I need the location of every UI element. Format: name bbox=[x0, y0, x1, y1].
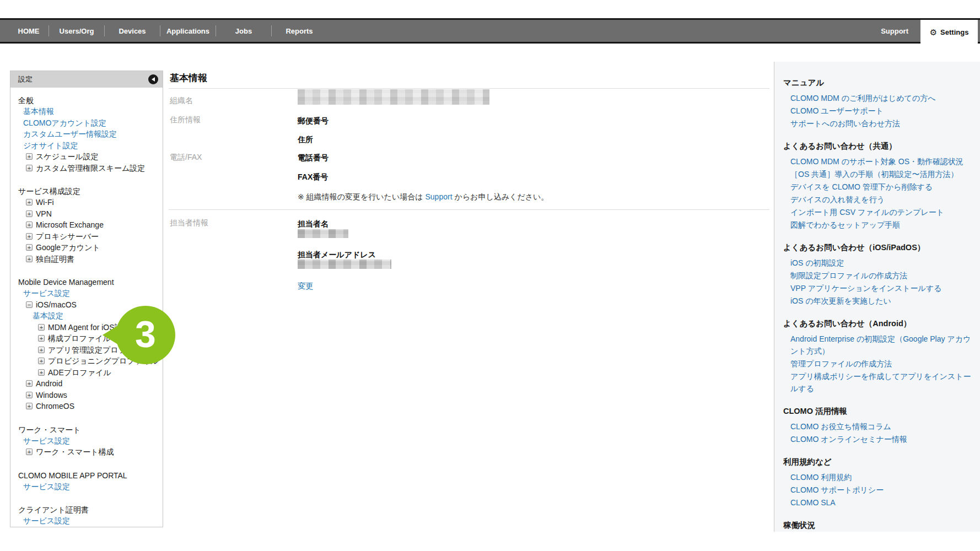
help-link[interactable]: ［OS 共通］導入の手順（初期設定〜活用方法） bbox=[783, 168, 971, 180]
help-link[interactable]: デバイスを CLOMO 管理下から削除する bbox=[783, 181, 971, 193]
sidebar-tree-item[interactable]: +ワーク・スマート構成 bbox=[10, 446, 163, 458]
help-link[interactable]: VPP アプリケーションをインストールする bbox=[783, 282, 971, 294]
expand-node-icon[interactable]: + bbox=[26, 256, 33, 262]
expand-node-icon[interactable]: + bbox=[38, 369, 45, 376]
sidebar-tree-item[interactable]: +Windows bbox=[10, 390, 163, 401]
expand-node-icon[interactable]: + bbox=[26, 233, 33, 240]
sidebar-link[interactable]: サービス設定 bbox=[10, 288, 163, 299]
sidebar-link[interactable]: サービス設定 bbox=[10, 515, 163, 527]
expand-node-icon[interactable]: + bbox=[26, 380, 33, 387]
sidebar-item-label: 基本情報 bbox=[23, 106, 54, 117]
sidebar-link[interactable]: サービス設定 bbox=[10, 481, 163, 493]
help-panel: マニュアルCLOMO MDM のご利用がはじめての方へCLOMO ユーザーサポー… bbox=[774, 62, 980, 532]
org-change-note: ※ 組織情報の変更を行いたい場合は Support からお申し込みください。 bbox=[298, 192, 548, 202]
help-link[interactable]: デバイスの入れ替えを行う bbox=[783, 193, 971, 206]
help-link[interactable]: CLOMO 利用規約 bbox=[783, 471, 971, 483]
support-link[interactable]: Support bbox=[425, 192, 452, 201]
help-link[interactable]: CLOMO お役立ち情報コラム bbox=[783, 420, 971, 433]
help-link[interactable]: iOS の初期設定 bbox=[783, 257, 971, 269]
help-link[interactable]: CLOMO オンラインセミナー情報 bbox=[783, 433, 971, 445]
address-label: 住所 bbox=[298, 135, 313, 145]
sidebar-item-label: サードパーティデバイス証明書 bbox=[23, 527, 133, 528]
sidebar-item-label: カスタムユーザー情報設定 bbox=[23, 128, 117, 140]
collapse-node-icon[interactable]: − bbox=[26, 301, 33, 308]
sidebar-tree-item[interactable]: +Android bbox=[10, 378, 163, 390]
sidebar-tree-item[interactable]: +カスタム管理権限スキーム設定 bbox=[10, 163, 163, 174]
expand-node-icon[interactable]: + bbox=[26, 153, 33, 160]
expand-node-icon[interactable]: + bbox=[26, 449, 33, 455]
sidebar-link[interactable]: サービス設定 bbox=[10, 435, 163, 447]
expand-node-icon[interactable]: + bbox=[26, 199, 33, 206]
expand-node-icon[interactable]: + bbox=[26, 392, 33, 398]
help-section-heading: 稼働状況 bbox=[783, 520, 971, 531]
sidebar-group-heading: CLOMO MOBILE APP PORTAL bbox=[10, 470, 163, 481]
help-link[interactable]: iOS の年次更新を実施したい bbox=[783, 295, 971, 307]
help-link[interactable]: 管理プロファイルの作成方法 bbox=[783, 358, 971, 370]
expand-node-icon[interactable]: + bbox=[38, 335, 45, 342]
tab-settings[interactable]: ⚙ Settings bbox=[920, 20, 978, 44]
help-link[interactable]: CLOMO サポートポリシー bbox=[783, 484, 971, 496]
help-section: 稼働状況CLOMO STATUS DASHBOARD bbox=[783, 520, 971, 532]
sidebar-tree-item[interactable]: +ChromeOS bbox=[10, 401, 163, 412]
expand-node-icon[interactable]: + bbox=[26, 222, 33, 228]
help-section: マニュアルCLOMO MDM のご利用がはじめての方へCLOMO ユーザーサポー… bbox=[783, 77, 971, 129]
help-link[interactable]: 図解でわかるセットアップ手順 bbox=[783, 219, 971, 231]
sidebar-item-label: Android bbox=[36, 378, 62, 390]
sidebar-tree-item[interactable]: +Googleアカウント bbox=[10, 242, 163, 253]
help-link[interactable]: サポートへのお問い合わせ方法 bbox=[783, 117, 971, 129]
change-link[interactable]: 変更 bbox=[298, 281, 314, 291]
sidebar-item-label: サービス設定 bbox=[23, 481, 70, 493]
sidebar-group: CLOMO MOBILE APP PORTALサービス設定 bbox=[10, 470, 163, 493]
sidebar-link[interactable]: サードパーティデバイス証明書 bbox=[10, 527, 163, 528]
help-link[interactable]: 制限設定プロファイルの作成方法 bbox=[783, 269, 971, 282]
sidebar-group-heading: サービス構成設定 bbox=[10, 186, 163, 197]
nav-item-home[interactable]: HOME bbox=[9, 27, 49, 35]
sidebar-item-label: ChromeOS bbox=[36, 401, 74, 412]
sidebar-tree-item[interactable]: +ADEプロファイル bbox=[10, 367, 163, 379]
help-link[interactable]: CLOMO ユーザーサポート bbox=[783, 105, 971, 117]
help-section: CLOMO 活用情報CLOMO お役立ち情報コラムCLOMO オンラインセミナー… bbox=[783, 406, 971, 445]
sidebar-collapse-button[interactable] bbox=[148, 74, 158, 84]
sidebar-tree-item[interactable]: +Wi-Fi bbox=[10, 197, 163, 208]
phone-number-label: 電話番号 bbox=[298, 153, 329, 163]
org-name-label: 組織名 bbox=[170, 96, 193, 106]
contact-email-label: 担当者メールアドレス bbox=[298, 250, 376, 260]
expand-node-icon[interactable]: + bbox=[26, 210, 33, 217]
sidebar-tree-item[interactable]: +スケジュール設定 bbox=[10, 151, 163, 163]
expand-node-icon[interactable]: + bbox=[38, 358, 45, 364]
nav-item-support[interactable]: Support bbox=[881, 27, 908, 35]
help-link[interactable]: CLOMO MDM のサポート対象 OS・動作確認状況 bbox=[783, 155, 971, 168]
help-link[interactable]: インポート用 CSV ファイルのテンプレート bbox=[783, 206, 971, 218]
help-link[interactable]: アプリ構成ポリシーを作成してアプリをインストールする bbox=[783, 370, 971, 395]
sidebar-link[interactable]: カスタムユーザー情報設定 bbox=[10, 128, 163, 140]
nav-item-reports[interactable]: Reports bbox=[272, 27, 327, 35]
sidebar-item-label: 独自証明書 bbox=[36, 253, 74, 265]
sidebar-header: 設定 bbox=[10, 71, 163, 88]
sidebar-tree-item[interactable]: +独自証明書 bbox=[10, 253, 163, 265]
expand-node-icon[interactable]: + bbox=[38, 324, 45, 331]
expand-node-icon[interactable]: + bbox=[38, 347, 45, 353]
help-link[interactable]: CLOMO MDM のご利用がはじめての方へ bbox=[783, 92, 971, 104]
nav-item-devices[interactable]: Devices bbox=[105, 27, 160, 35]
address-section-label: 住所情報 bbox=[170, 115, 201, 125]
nav-item-jobs[interactable]: Jobs bbox=[216, 27, 271, 35]
sidebar-link[interactable]: ジオサイト設定 bbox=[10, 140, 163, 152]
divider bbox=[169, 209, 769, 210]
sidebar-tree-item[interactable]: +Microsoft Exchange bbox=[10, 219, 163, 231]
sidebar-link[interactable]: 基本情報 bbox=[10, 106, 163, 117]
sidebar-link[interactable]: CLOMOアカウント設定 bbox=[10, 117, 163, 129]
help-section: 利用規約などCLOMO 利用規約CLOMO サポートポリシーCLOMO SLA bbox=[783, 456, 971, 509]
contact-name-label: 担当者名 bbox=[298, 219, 329, 229]
sidebar-tree-item[interactable]: +VPN bbox=[10, 208, 163, 220]
expand-node-icon[interactable]: + bbox=[26, 165, 33, 171]
nav-item-users-org[interactable]: Users/Org bbox=[49, 27, 104, 35]
expand-node-icon[interactable]: + bbox=[26, 244, 33, 251]
help-section-heading: 利用規約など bbox=[783, 456, 971, 467]
help-link[interactable]: Android Enterprise の初期設定（Google Play アカウ… bbox=[783, 333, 971, 357]
expand-node-icon[interactable]: + bbox=[26, 403, 33, 409]
gear-icon: ⚙ bbox=[930, 28, 937, 36]
sidebar-group-heading: Mobile Device Management bbox=[10, 277, 163, 288]
help-link[interactable]: CLOMO SLA bbox=[783, 496, 971, 509]
nav-item-applications[interactable]: Applications bbox=[160, 27, 216, 35]
sidebar-tree-item[interactable]: +プロキシサーバー bbox=[10, 231, 163, 242]
